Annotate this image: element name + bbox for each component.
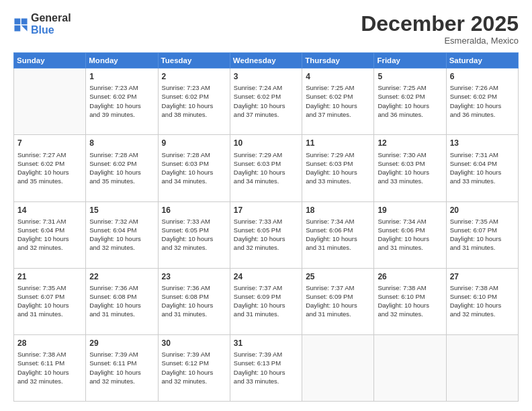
day-number: 19 [378, 205, 442, 216]
day-info: Sunrise: 7:24 AMSunset: 6:02 PMDaylight:… [234, 83, 298, 118]
calendar-cell: 16Sunrise: 7:33 AMSunset: 6:05 PMDayligh… [158, 201, 230, 268]
day-info: Sunrise: 7:26 AMSunset: 6:02 PMDaylight:… [450, 83, 515, 118]
calendar-cell: 14Sunrise: 7:31 AMSunset: 6:04 PMDayligh… [14, 201, 86, 268]
day-info: Sunrise: 7:30 AMSunset: 6:03 PMDaylight:… [378, 150, 442, 185]
calendar-cell: 6Sunrise: 7:26 AMSunset: 6:02 PMDaylight… [446, 68, 518, 135]
calendar-cell: 21Sunrise: 7:35 AMSunset: 6:07 PMDayligh… [14, 268, 86, 334]
location: Esmeralda, Mexico [361, 36, 519, 46]
day-info: Sunrise: 7:39 AMSunset: 6:13 PMDaylight:… [234, 350, 298, 385]
logo: General Blue [13, 12, 71, 36]
day-info: Sunrise: 7:28 AMSunset: 6:03 PMDaylight:… [162, 150, 226, 185]
day-info: Sunrise: 7:36 AMSunset: 6:08 PMDaylight:… [162, 283, 226, 318]
day-number: 1 [89, 71, 154, 82]
day-info: Sunrise: 7:32 AMSunset: 6:04 PMDaylight:… [89, 217, 154, 252]
calendar-cell: 31Sunrise: 7:39 AMSunset: 6:13 PMDayligh… [230, 335, 302, 402]
col-header-wednesday: Wednesday [230, 53, 302, 68]
day-number: 3 [234, 71, 298, 82]
day-number: 15 [89, 205, 154, 216]
calendar: SundayMondayTuesdayWednesdayThursdayFrid… [13, 52, 519, 402]
day-info: Sunrise: 7:39 AMSunset: 6:12 PMDaylight:… [162, 350, 226, 385]
day-info: Sunrise: 7:25 AMSunset: 6:02 PMDaylight:… [306, 83, 370, 118]
header: General Blue December 2025 Esmeralda, Me… [13, 12, 519, 46]
day-number: 8 [89, 138, 154, 148]
day-number: 16 [162, 205, 226, 216]
col-header-friday: Friday [374, 53, 446, 68]
day-info: Sunrise: 7:34 AMSunset: 6:06 PMDaylight:… [306, 217, 370, 252]
month-title: December 2025 [361, 12, 519, 36]
day-number: 28 [17, 338, 82, 349]
calendar-cell: 12Sunrise: 7:30 AMSunset: 6:03 PMDayligh… [374, 135, 446, 201]
calendar-cell [446, 335, 518, 402]
day-info: Sunrise: 7:25 AMSunset: 6:02 PMDaylight:… [378, 83, 442, 118]
day-number: 7 [17, 138, 82, 148]
calendar-cell: 13Sunrise: 7:31 AMSunset: 6:04 PMDayligh… [446, 135, 518, 201]
day-info: Sunrise: 7:35 AMSunset: 6:07 PMDaylight:… [17, 283, 82, 318]
svg-rect-0 [14, 18, 20, 24]
calendar-cell: 23Sunrise: 7:36 AMSunset: 6:08 PMDayligh… [158, 268, 230, 334]
calendar-cell: 29Sunrise: 7:39 AMSunset: 6:11 PMDayligh… [86, 335, 158, 402]
calendar-cell: 17Sunrise: 7:33 AMSunset: 6:05 PMDayligh… [230, 201, 302, 268]
calendar-cell: 26Sunrise: 7:38 AMSunset: 6:10 PMDayligh… [374, 268, 446, 334]
day-info: Sunrise: 7:36 AMSunset: 6:08 PMDaylight:… [89, 283, 154, 318]
day-number: 11 [306, 138, 370, 148]
calendar-cell: 3Sunrise: 7:24 AMSunset: 6:02 PMDaylight… [230, 68, 302, 135]
col-header-thursday: Thursday [302, 53, 374, 68]
day-info: Sunrise: 7:27 AMSunset: 6:02 PMDaylight:… [17, 150, 82, 185]
day-number: 20 [450, 205, 515, 216]
logo-blue: Blue [31, 24, 71, 36]
day-number: 5 [378, 71, 442, 82]
day-number: 24 [234, 271, 298, 282]
day-info: Sunrise: 7:29 AMSunset: 6:03 PMDaylight:… [234, 150, 298, 185]
day-number: 29 [89, 338, 154, 349]
logo-general: General [31, 12, 71, 24]
col-header-tuesday: Tuesday [158, 53, 230, 68]
calendar-cell: 15Sunrise: 7:32 AMSunset: 6:04 PMDayligh… [86, 201, 158, 268]
calendar-cell: 22Sunrise: 7:36 AMSunset: 6:08 PMDayligh… [86, 268, 158, 334]
day-number: 2 [162, 71, 226, 82]
calendar-cell: 20Sunrise: 7:35 AMSunset: 6:07 PMDayligh… [446, 201, 518, 268]
day-number: 23 [162, 271, 226, 282]
col-header-sunday: Sunday [14, 53, 86, 68]
day-info: Sunrise: 7:33 AMSunset: 6:05 PMDaylight:… [234, 217, 298, 252]
calendar-cell: 25Sunrise: 7:37 AMSunset: 6:09 PMDayligh… [302, 268, 374, 334]
day-info: Sunrise: 7:28 AMSunset: 6:02 PMDaylight:… [89, 150, 154, 185]
day-number: 30 [162, 338, 226, 349]
day-info: Sunrise: 7:35 AMSunset: 6:07 PMDaylight:… [450, 217, 515, 252]
calendar-cell: 5Sunrise: 7:25 AMSunset: 6:02 PMDaylight… [374, 68, 446, 135]
title-block: December 2025 Esmeralda, Mexico [361, 12, 519, 46]
calendar-cell: 1Sunrise: 7:23 AMSunset: 6:02 PMDaylight… [86, 68, 158, 135]
day-number: 14 [17, 205, 82, 216]
calendar-cell: 11Sunrise: 7:29 AMSunset: 6:03 PMDayligh… [302, 135, 374, 201]
day-number: 27 [450, 271, 515, 282]
day-number: 22 [89, 271, 154, 282]
day-number: 9 [162, 138, 226, 148]
day-info: Sunrise: 7:31 AMSunset: 6:04 PMDaylight:… [17, 217, 82, 252]
calendar-cell: 4Sunrise: 7:25 AMSunset: 6:02 PMDaylight… [302, 68, 374, 135]
day-number: 18 [306, 205, 370, 216]
day-number: 4 [306, 71, 370, 82]
day-info: Sunrise: 7:39 AMSunset: 6:11 PMDaylight:… [89, 350, 154, 385]
svg-rect-1 [21, 18, 28, 24]
day-info: Sunrise: 7:34 AMSunset: 6:06 PMDaylight:… [378, 217, 442, 252]
day-info: Sunrise: 7:38 AMSunset: 6:11 PMDaylight:… [17, 350, 82, 385]
day-info: Sunrise: 7:29 AMSunset: 6:03 PMDaylight:… [306, 150, 370, 185]
calendar-cell: 19Sunrise: 7:34 AMSunset: 6:06 PMDayligh… [374, 201, 446, 268]
day-info: Sunrise: 7:33 AMSunset: 6:05 PMDaylight:… [162, 217, 226, 252]
calendar-cell [374, 335, 446, 402]
day-number: 6 [450, 71, 515, 82]
day-number: 21 [17, 271, 82, 282]
calendar-cell: 8Sunrise: 7:28 AMSunset: 6:02 PMDaylight… [86, 135, 158, 201]
day-info: Sunrise: 7:38 AMSunset: 6:10 PMDaylight:… [378, 283, 442, 318]
calendar-cell: 7Sunrise: 7:27 AMSunset: 6:02 PMDaylight… [14, 135, 86, 201]
day-number: 13 [450, 138, 515, 148]
day-number: 10 [234, 138, 298, 148]
calendar-cell: 30Sunrise: 7:39 AMSunset: 6:12 PMDayligh… [158, 335, 230, 402]
logo-icon [13, 17, 28, 32]
calendar-cell: 27Sunrise: 7:38 AMSunset: 6:10 PMDayligh… [446, 268, 518, 334]
day-number: 12 [378, 138, 442, 148]
calendar-cell [302, 335, 374, 402]
svg-marker-3 [21, 25, 28, 31]
col-header-saturday: Saturday [446, 53, 518, 68]
day-info: Sunrise: 7:37 AMSunset: 6:09 PMDaylight:… [234, 283, 298, 318]
calendar-cell: 28Sunrise: 7:38 AMSunset: 6:11 PMDayligh… [14, 335, 86, 402]
